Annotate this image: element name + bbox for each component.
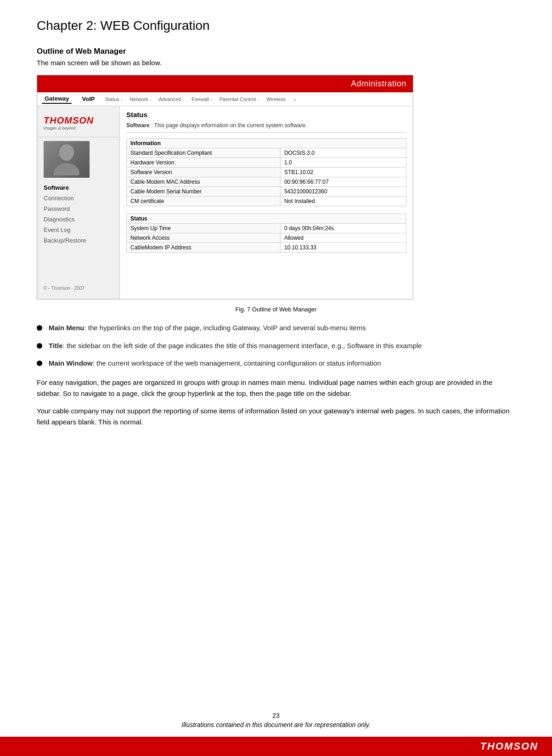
nav-sub-network[interactable]: Network -	[130, 96, 151, 102]
nav-sub-parental[interactable]: Parental Control -	[220, 96, 259, 102]
page-footer: 23 Illustrations contained in this docum…	[0, 712, 552, 728]
table-row: System Up Time 0 days 00h:04m:24s	[127, 224, 406, 233]
svg-point-1	[54, 163, 79, 175]
thomson-logo: THOMSON	[44, 115, 113, 126]
sidebar-item-eventlog[interactable]: Event Log	[44, 225, 113, 235]
status-row-2-value: 10.10.133.33	[280, 243, 406, 253]
paragraph-1: Your cable company may not support the r…	[37, 406, 515, 428]
bullet-dot-icon	[37, 361, 42, 366]
bottom-brand: THOMSON	[480, 740, 538, 752]
section-title: Outline of Web Manager	[37, 47, 515, 56]
sidebar-menu: Software Connection Password Diagnostics…	[37, 182, 119, 246]
info-row-4-label: Cable Modem Serial Number	[127, 187, 281, 197]
top-nav: Gateway VoIP Status - Network - Advanced…	[37, 92, 413, 106]
status-table: Status System Up Time 0 days 00h:04m:24s…	[126, 214, 406, 253]
status-row-0-value: 0 days 00h:04m:24s	[280, 224, 406, 233]
svg-point-0	[59, 144, 74, 161]
bullet-desc-0: : the hyperlinks on the top of the page,…	[84, 324, 366, 332]
nav-sub-advanced[interactable]: Advanced -	[158, 96, 184, 102]
nav-sub-status[interactable]: Status -	[105, 96, 122, 102]
info-row-1-label: Hardware Version	[127, 158, 281, 168]
intro-text: The main screen will be shown as below.	[37, 59, 515, 67]
info-row-3-label: Cable Modem MAC Address	[127, 177, 281, 187]
bullet-term-0: Main Menu	[49, 324, 84, 332]
table-row: CM certificate Not Installed	[127, 197, 406, 206]
bottom-bar: THOMSON	[0, 737, 552, 756]
bullet-dot-icon	[37, 343, 42, 349]
info-row-2-label: Software Version	[127, 168, 281, 177]
bullet-term-2: Main Window	[49, 359, 93, 367]
info-table: Information Standard Specification Compl…	[126, 138, 406, 206]
info-row-4-value: 54321000012360	[280, 187, 406, 197]
info-row-3-value: 00:90:96:66:77:07	[280, 177, 406, 187]
main-desc: Software : This page displays informatio…	[126, 122, 406, 133]
screenshot-body: THOMSON images & beyond Software Connect…	[37, 106, 413, 299]
table-row: Hardware Version 1.0	[127, 158, 406, 168]
nav-arrow-icon: ⌄	[293, 96, 297, 102]
bullet-list: Main Menu: the hyperlinks on the top of …	[37, 323, 515, 369]
table-row: Cable Modem MAC Address 00:90:96:66:77:0…	[127, 177, 406, 187]
list-item: Title: the sidebar on the left side of t…	[37, 341, 515, 351]
figure-caption: Fig. 7 Outline of Web Manager	[37, 306, 515, 313]
table-row: Software Version STB1.10.02	[127, 168, 406, 177]
footer-note: Illustrations contained in this document…	[0, 721, 552, 728]
info-row-5-label: CM certificate	[127, 197, 281, 206]
bullet-dot-icon	[37, 325, 42, 331]
bullet-text-2: Main Window: the current workspace of th…	[49, 358, 515, 369]
chapter-title: Chapter 2: WEB Configuration	[37, 18, 515, 33]
status-row-1-value: Allowed	[280, 233, 406, 243]
table-row: CableModem IP Address 10.10.133.33	[127, 243, 406, 253]
info-row-2-value: STB1.10.02	[280, 168, 406, 177]
nav-tab-gateway[interactable]: Gateway	[42, 94, 72, 104]
bullet-desc-2: : the current workspace of the web manag…	[93, 359, 381, 367]
bullet-term-1: Title	[49, 342, 63, 350]
table-row: Network Access Allowed	[127, 233, 406, 243]
list-item: Main Menu: the hyperlinks on the top of …	[37, 323, 515, 333]
table-row: Cable Modem Serial Number 54321000012360	[127, 187, 406, 197]
nav-sub-wireless[interactable]: Wireless	[266, 96, 286, 102]
nav-sub-firewall[interactable]: Firewall -	[192, 96, 212, 102]
table-row: Standard Specification Compliant DOCSIS …	[127, 148, 406, 158]
sidebar-footer: © - Thomson - 2007	[37, 282, 119, 294]
sidebar: THOMSON images & beyond Software Connect…	[37, 106, 120, 299]
sidebar-logo: THOMSON images & beyond	[37, 111, 119, 137]
sidebar-item-password[interactable]: Password	[44, 203, 113, 214]
software-label: Software	[126, 122, 150, 129]
thomson-tagline: images & beyond	[44, 126, 113, 130]
bullet-text-0: Main Menu: the hyperlinks on the top of …	[49, 323, 515, 333]
status-row-2-label: CableModem IP Address	[127, 243, 281, 253]
list-item: Main Window: the current workspace of th…	[37, 358, 515, 369]
main-area: Status Software : This page displays inf…	[120, 106, 413, 299]
status-row-1-label: Network Access	[127, 233, 281, 243]
paragraph-0: For easy navigation, the pages are organ…	[37, 377, 515, 399]
sidebar-item-diagnostics[interactable]: Diagnostics	[44, 214, 113, 225]
status-table-header: Status	[127, 214, 406, 224]
sidebar-item-software[interactable]: Software	[44, 182, 113, 193]
status-row-0-label: System Up Time	[127, 224, 281, 233]
page-number: 23	[0, 712, 552, 719]
software-desc-text: : This page displays information on the …	[151, 122, 307, 129]
sidebar-person-image	[44, 141, 90, 178]
info-table-header: Information	[127, 139, 406, 148]
nav-tab-voip[interactable]: VoIP	[79, 95, 97, 103]
main-status-title: Status	[126, 111, 406, 118]
bullet-desc-1: : the sidebar on the left side of the pa…	[63, 342, 422, 350]
screenshot-box: Administration Gateway VoIP Status - Net…	[37, 75, 413, 299]
sidebar-item-backup[interactable]: Backup/Restore	[44, 235, 113, 246]
info-row-0-value: DOCSIS 3.0	[280, 148, 406, 158]
info-row-5-value: Not Installed	[280, 197, 406, 206]
info-row-1-value: 1.0	[280, 158, 406, 168]
sidebar-item-connection[interactable]: Connection	[44, 193, 113, 203]
info-row-0-label: Standard Specification Compliant	[127, 148, 281, 158]
bullet-text-1: Title: the sidebar on the left side of t…	[49, 341, 515, 351]
admin-bar: Administration	[37, 75, 413, 92]
